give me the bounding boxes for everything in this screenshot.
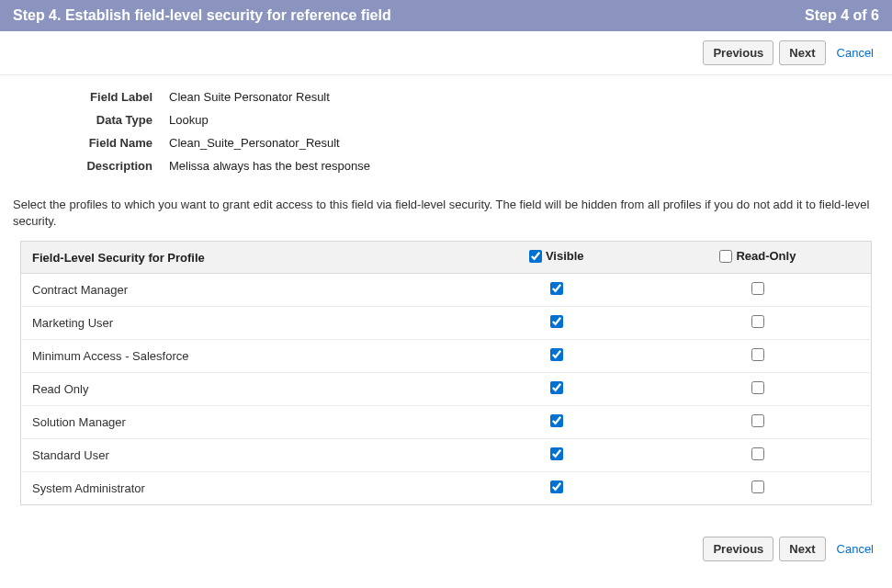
description-value: Melissa always has the best response [169,159,370,173]
field-name-value: Clean_Suite_Personator_Result [169,136,340,150]
readonly-select-all-checkbox[interactable] [719,250,732,263]
visible-cell [469,471,645,504]
cancel-link-top[interactable]: Cancel [831,46,879,60]
visible-checkbox[interactable] [550,315,563,328]
col-header-readonly-label: Read-Only [736,249,796,263]
visible-checkbox[interactable] [550,414,563,427]
wizard-step-indicator: Step 4 of 6 [805,7,879,24]
visible-cell [469,339,645,372]
col-header-visible: Visible [469,242,645,274]
detail-row: Field Label Clean Suite Personator Resul… [13,90,879,104]
readonly-cell [645,306,872,339]
profile-cell: Marketing User [21,306,469,339]
readonly-checkbox[interactable] [751,447,764,460]
top-action-bar: Previous Next Cancel [0,31,892,75]
readonly-cell [645,438,872,471]
readonly-checkbox[interactable] [751,414,764,427]
field-details: Field Label Clean Suite Personator Resul… [0,75,892,191]
profile-cell: System Administrator [21,471,469,504]
next-button-top[interactable]: Next [779,40,825,65]
col-header-visible-label: Visible [546,249,584,263]
visible-cell [469,306,645,339]
profile-cell: Solution Manager [21,405,469,438]
previous-button-top[interactable]: Previous [703,40,773,65]
detail-row: Data Type Lookup [13,113,879,127]
previous-button-bottom[interactable]: Previous [703,537,773,561]
security-table-wrap: Field-Level Security for Profile Visible… [0,241,892,518]
readonly-cell [645,405,872,438]
table-row: Solution Manager [21,405,872,438]
instruction-text: Select the profiles to which you want to… [0,191,892,241]
data-type-value: Lookup [169,113,209,127]
readonly-cell [645,372,872,405]
visible-cell [469,273,645,306]
wizard-header: Step 4. Establish field-level security f… [0,0,892,31]
profile-cell: Minimum Access - Salesforce [21,339,469,372]
table-row: Read Only [21,372,872,405]
detail-row: Description Melissa always has the best … [13,159,879,173]
table-row: Contract Manager [21,273,872,306]
visible-cell [469,372,645,405]
readonly-checkbox[interactable] [751,282,764,295]
readonly-checkbox[interactable] [751,348,764,361]
table-row: Marketing User [21,306,872,339]
visible-cell [469,438,645,471]
field-label-value: Clean Suite Personator Result [169,90,330,104]
visible-select-all-checkbox[interactable] [529,250,542,263]
readonly-checkbox[interactable] [751,381,764,394]
visible-checkbox[interactable] [550,481,563,493]
field-name-label: Field Name [13,136,169,150]
profile-cell: Standard User [21,438,469,471]
next-button-bottom[interactable]: Next [779,537,825,561]
bottom-action-bar: Previous Next Cancel [0,518,892,571]
col-header-profile: Field-Level Security for Profile [21,242,469,274]
readonly-cell [645,273,872,306]
readonly-checkbox[interactable] [751,315,764,328]
visible-checkbox[interactable] [550,381,563,394]
detail-row: Field Name Clean_Suite_Personator_Result [13,136,879,150]
description-label: Description [13,159,169,173]
wizard-title: Step 4. Establish field-level security f… [13,7,391,24]
readonly-checkbox[interactable] [751,481,764,493]
visible-cell [469,405,645,438]
visible-checkbox[interactable] [550,282,563,295]
field-label-label: Field Label [13,90,169,104]
table-row: Standard User [21,438,872,471]
col-header-readonly: Read-Only [645,242,872,274]
table-row: System Administrator [21,471,872,504]
data-type-label: Data Type [13,113,169,127]
profile-cell: Read Only [21,372,469,405]
readonly-cell [645,471,872,504]
cancel-link-bottom[interactable]: Cancel [831,542,879,556]
field-level-security-table: Field-Level Security for Profile Visible… [20,241,872,505]
readonly-cell [645,339,872,372]
table-row: Minimum Access - Salesforce [21,339,872,372]
visible-checkbox[interactable] [550,348,563,361]
profile-cell: Contract Manager [21,273,469,306]
visible-checkbox[interactable] [550,447,563,460]
